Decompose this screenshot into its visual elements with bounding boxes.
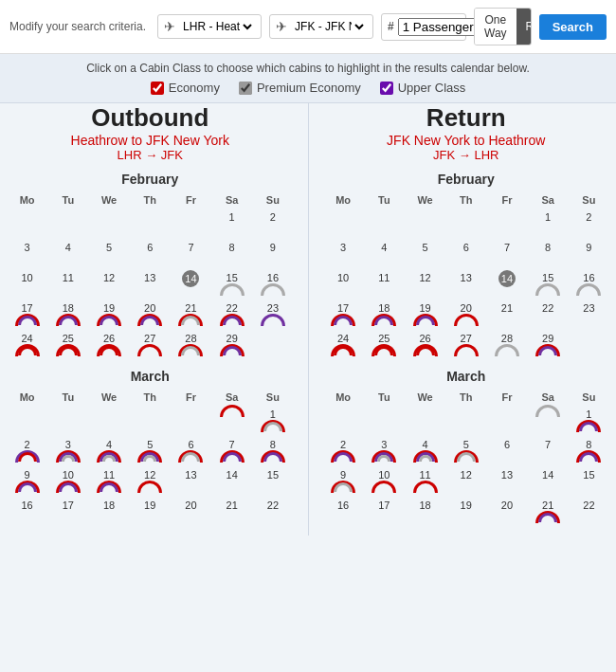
r-feb-day-21[interactable]: 21 [487, 300, 526, 329]
premium-economy-checkbox[interactable] [239, 82, 252, 95]
mar-day-22[interactable]: 22 [253, 498, 292, 526]
r-feb-day-3[interactable]: 3 [324, 240, 363, 268]
r-feb-day-7[interactable]: 7 [487, 240, 526, 268]
r-mar-day-5[interactable]: 5 [446, 437, 485, 465]
mar-day-21[interactable]: 21 [212, 498, 251, 526]
feb-day-16[interactable]: 16 [253, 270, 292, 299]
feb-day-28[interactable]: 28 [172, 331, 210, 359]
r-mar-day-19[interactable]: 19 [446, 498, 485, 526]
upper-class-option[interactable]: Upper Class [380, 81, 466, 95]
passengers-wrapper[interactable]: # 1 Passenger [381, 13, 466, 41]
mar-day-16[interactable]: 16 [8, 498, 46, 526]
r-mar-day-17[interactable]: 17 [365, 498, 404, 526]
r-feb-day-15[interactable]: 15 [529, 270, 568, 299]
r-feb-day-1[interactable]: 1 [529, 209, 568, 238]
mar-day-7[interactable]: 7 [212, 437, 251, 465]
mar-day-4[interactable]: 4 [89, 437, 128, 465]
r-mar-day-15[interactable]: 15 [570, 467, 608, 496]
r-mar-day-4[interactable]: 4 [406, 437, 444, 465]
r-mar-day-10[interactable]: 10 [365, 467, 404, 496]
feb-day-10[interactable]: 10 [8, 270, 46, 299]
feb-day-9[interactable]: 9 [253, 240, 292, 268]
r-mar-day-14[interactable]: 14 [529, 467, 568, 496]
r-feb-day-5[interactable]: 5 [406, 240, 444, 268]
r-feb-day-16[interactable]: 16 [570, 270, 608, 299]
mar-day-18[interactable]: 18 [89, 498, 128, 526]
r-feb-day-24[interactable]: 24 [324, 331, 363, 359]
r-feb-day-10[interactable]: 10 [324, 270, 363, 299]
mar-day-19[interactable]: 19 [131, 498, 170, 526]
r-mar-day-1[interactable]: 1 [570, 407, 608, 435]
r-mar-day-9[interactable]: 9 [324, 467, 363, 496]
mar-day-1-sat[interactable] [212, 407, 251, 435]
r-mar-day-20[interactable]: 20 [487, 498, 526, 526]
r-feb-day-17[interactable]: 17 [324, 300, 363, 329]
r-mar-day-sat[interactable] [529, 407, 568, 435]
feb-day-11[interactable]: 11 [48, 270, 87, 299]
r-feb-day-14[interactable]: 14 [487, 270, 526, 299]
r-mar-day-6[interactable]: 6 [487, 437, 526, 465]
one-way-button[interactable]: One Way [475, 9, 516, 45]
feb-day-19[interactable]: 19 [89, 300, 128, 329]
feb-day-2[interactable]: 2 [253, 209, 292, 238]
search-button[interactable]: Search [539, 14, 607, 40]
economy-checkbox[interactable] [151, 82, 164, 95]
mar-day-20[interactable]: 20 [172, 498, 210, 526]
r-mar-day-8[interactable]: 8 [570, 437, 608, 465]
upper-class-checkbox[interactable] [380, 82, 393, 95]
feb-day-25[interactable]: 25 [48, 331, 87, 359]
r-feb-day-20[interactable]: 20 [446, 300, 485, 329]
mar-day-15[interactable]: 15 [253, 467, 292, 496]
r-mar-day-12[interactable]: 12 [446, 467, 485, 496]
r-feb-day-4[interactable]: 4 [365, 240, 404, 268]
feb-day-13[interactable]: 13 [131, 270, 170, 299]
r-feb-day-27[interactable]: 27 [446, 331, 485, 359]
feb-day-5[interactable]: 5 [89, 240, 128, 268]
mar-day-6[interactable]: 6 [172, 437, 210, 465]
mar-day-3[interactable]: 3 [48, 437, 87, 465]
feb-day-12[interactable]: 12 [89, 270, 128, 299]
mar-day-1[interactable]: 1 [253, 407, 292, 435]
feb-day-6[interactable]: 6 [131, 240, 170, 268]
r-feb-day-6[interactable]: 6 [446, 240, 485, 268]
feb-day-1[interactable]: 1 [212, 209, 251, 238]
feb-day-22[interactable]: 22 [212, 300, 251, 329]
r-mar-day-21[interactable]: 21 [529, 498, 568, 526]
mar-day-12[interactable]: 12 [131, 467, 170, 496]
feb-day-27[interactable]: 27 [131, 331, 170, 359]
mar-day-8[interactable]: 8 [253, 437, 292, 465]
r-feb-day-26[interactable]: 26 [406, 331, 444, 359]
feb-day-8[interactable]: 8 [212, 240, 251, 268]
r-feb-day-23[interactable]: 23 [570, 300, 608, 329]
feb-day-26[interactable]: 26 [89, 331, 128, 359]
r-mar-day-22[interactable]: 22 [570, 498, 608, 526]
feb-day-17[interactable]: 17 [8, 300, 46, 329]
feb-day-18[interactable]: 18 [48, 300, 87, 329]
r-mar-day-7[interactable]: 7 [529, 437, 568, 465]
destination-select[interactable]: ✈ JFK - JFK New Y... [269, 14, 373, 39]
mar-day-5[interactable]: 5 [131, 437, 170, 465]
return-button[interactable]: Return [516, 9, 532, 45]
feb-day-20[interactable]: 20 [131, 300, 170, 329]
mar-day-11[interactable]: 11 [89, 467, 128, 496]
feb-day-29[interactable]: 29 [212, 331, 251, 359]
r-mar-day-2[interactable]: 2 [324, 437, 363, 465]
r-mar-day-3[interactable]: 3 [365, 437, 404, 465]
r-feb-day-11[interactable]: 11 [365, 270, 404, 299]
feb-day-21[interactable]: 21 [172, 300, 210, 329]
mar-day-17[interactable]: 17 [48, 498, 87, 526]
r-mar-day-13[interactable]: 13 [487, 467, 526, 496]
r-feb-day-9[interactable]: 9 [570, 240, 608, 268]
r-feb-day-13[interactable]: 13 [446, 270, 485, 299]
r-feb-day-12[interactable]: 12 [406, 270, 444, 299]
feb-day-4[interactable]: 4 [48, 240, 87, 268]
economy-option[interactable]: Economy [151, 81, 220, 95]
feb-day-7[interactable]: 7 [172, 240, 210, 268]
r-mar-day-16[interactable]: 16 [324, 498, 363, 526]
r-feb-day-8[interactable]: 8 [529, 240, 568, 268]
mar-day-10[interactable]: 10 [48, 467, 87, 496]
premium-economy-option[interactable]: Premium Economy [239, 81, 361, 95]
feb-day-3[interactable]: 3 [8, 240, 46, 268]
r-mar-day-11[interactable]: 11 [406, 467, 444, 496]
feb-day-15[interactable]: 15 [212, 270, 251, 299]
